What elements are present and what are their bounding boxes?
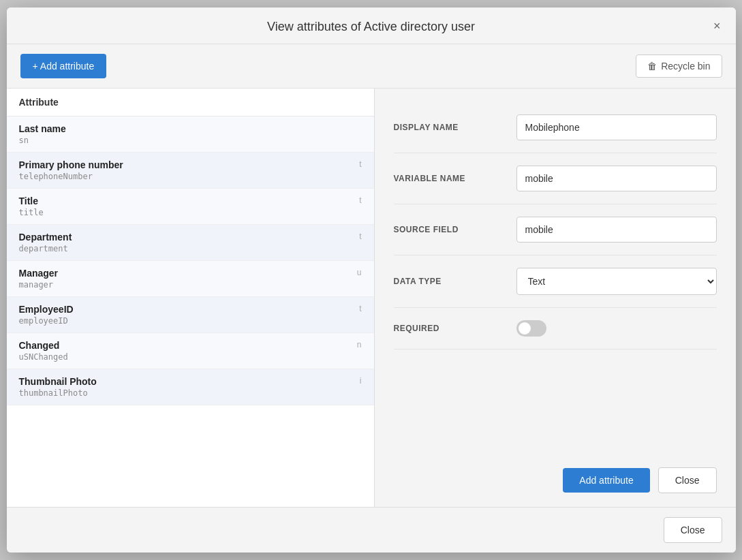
- variable-name-label: VARIABLE NAME: [394, 174, 503, 183]
- toggle-slider: [516, 320, 546, 337]
- dialog-body: Attribute Last name sn Primary phone num…: [7, 89, 736, 507]
- data-type-select[interactable]: Text Number Boolean Date: [516, 268, 717, 295]
- attribute-list-panel: Attribute Last name sn Primary phone num…: [7, 89, 375, 507]
- list-item[interactable]: Manager u manager: [7, 261, 374, 297]
- attr-code: uSNChanged: [19, 352, 362, 362]
- form-add-attribute-button[interactable]: Add attribute: [563, 468, 649, 493]
- required-row: REQUIRED: [394, 308, 717, 349]
- form-panel: DISPLAY NAME VARIABLE NAME SOURCE FIELD …: [375, 89, 736, 507]
- list-item[interactable]: Title t title: [7, 189, 374, 225]
- attribute-list-header: Attribute: [7, 89, 374, 116]
- required-toggle-wrapper: [516, 320, 546, 337]
- attr-type: t: [359, 232, 361, 241]
- attr-name: Changed: [19, 340, 60, 351]
- attr-name: Last name: [19, 123, 66, 134]
- attr-name: Department: [19, 232, 72, 243]
- attr-name: Title: [19, 196, 39, 206]
- list-item[interactable]: Primary phone number t telephoneNumber: [7, 153, 374, 189]
- attr-code: manager: [19, 280, 362, 290]
- dialog: View attributes of Active directory user…: [7, 7, 736, 553]
- display-name-row: DISPLAY NAME: [394, 102, 717, 153]
- attr-name: Primary phone number: [19, 159, 123, 170]
- toolbar: + Add attribute 🗑 Recycle bin: [7, 44, 736, 89]
- source-field-input[interactable]: [516, 217, 717, 243]
- attr-type: i: [360, 376, 362, 386]
- attr-type: n: [357, 340, 362, 349]
- footer-close-button[interactable]: Close: [664, 517, 722, 543]
- add-attribute-toolbar-button[interactable]: + Add attribute: [20, 54, 107, 78]
- dialog-close-icon-button[interactable]: ×: [709, 18, 725, 33]
- recycle-bin-button[interactable]: 🗑 Recycle bin: [636, 55, 722, 78]
- attr-code: sn: [19, 136, 362, 145]
- attr-code: department: [19, 244, 362, 253]
- form-close-button[interactable]: Close: [658, 467, 717, 493]
- attr-code: title: [19, 208, 362, 217]
- title-bar: View attributes of Active directory user…: [7, 7, 736, 44]
- list-item[interactable]: Thumbnail Photo i thumbnailPhoto: [7, 369, 374, 405]
- list-item[interactable]: Last name sn: [7, 116, 374, 153]
- attr-code: employeeID: [19, 316, 362, 326]
- source-field-label: SOURCE FIELD: [394, 225, 503, 234]
- variable-name-input[interactable]: [516, 166, 717, 191]
- attr-type: t: [359, 304, 361, 313]
- attr-type: t: [359, 196, 361, 205]
- attr-code: telephoneNumber: [19, 172, 362, 181]
- source-field-row: SOURCE FIELD: [394, 204, 717, 255]
- display-name-label: DISPLAY NAME: [394, 123, 503, 132]
- list-item[interactable]: Department t department: [7, 225, 374, 261]
- data-type-row: DATA TYPE Text Number Boolean Date: [394, 255, 717, 308]
- attr-code: thumbnailPhoto: [19, 388, 362, 398]
- dialog-footer: Close: [7, 507, 736, 553]
- required-label: REQUIRED: [394, 324, 503, 333]
- attr-type: t: [359, 159, 361, 169]
- trash-icon: 🗑: [647, 61, 657, 72]
- dialog-title: View attributes of Active directory user: [267, 20, 475, 34]
- form-actions: Add attribute Close: [394, 454, 717, 493]
- variable-name-row: VARIABLE NAME: [394, 153, 717, 204]
- list-item[interactable]: EmployeeID t employeeID: [7, 297, 374, 333]
- list-item[interactable]: Changed n uSNChanged: [7, 333, 374, 369]
- attr-name: Thumbnail Photo: [19, 376, 97, 387]
- attr-type: u: [357, 268, 362, 277]
- data-type-label: DATA TYPE: [394, 277, 503, 286]
- attr-name: Manager: [19, 268, 59, 279]
- recycle-bin-label: Recycle bin: [661, 61, 710, 72]
- display-name-input[interactable]: [516, 114, 717, 140]
- required-toggle[interactable]: [516, 320, 546, 337]
- attr-name: EmployeeID: [19, 304, 74, 315]
